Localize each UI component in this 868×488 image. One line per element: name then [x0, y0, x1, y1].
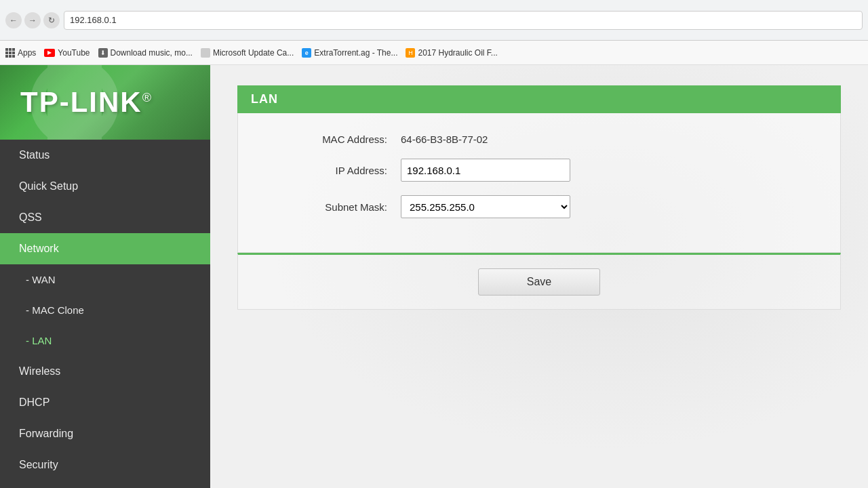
bookmark-youtube[interactable]: ▶ YouTube	[44, 48, 90, 58]
back-button[interactable]: ←	[5, 12, 22, 28]
bookmark-hydraulic[interactable]: H 2017 Hydraulic Oil F...	[406, 48, 497, 58]
ip-address-label: IP Address:	[265, 165, 387, 176]
sidebar-item-dhcp[interactable]: DHCP	[0, 387, 210, 418]
subnet-mask-label: Subnet Mask:	[265, 201, 387, 213]
bookmarks-bar: Apps ▶ YouTube ⬇ Download music, mo... M…	[0, 41, 868, 65]
bookmark-youtube-label: YouTube	[58, 48, 90, 58]
extratorrent-icon: e	[302, 48, 311, 58]
ip-address-input[interactable]	[401, 159, 570, 182]
main-layout: TP-LINK® Status Quick Setup QSS	[0, 65, 868, 488]
bookmark-microsoft[interactable]: Microsoft Update Ca...	[201, 48, 294, 58]
bookmark-apps[interactable]: Apps	[5, 48, 36, 58]
section-footer: Save	[237, 253, 841, 310]
mac-address-label: MAC Address:	[265, 134, 387, 145]
mac-address-row: MAC Address: 64-66-B3-8B-77-02	[265, 134, 813, 145]
bookmark-download-label: Download music, mo...	[111, 48, 193, 58]
bookmark-hydraulic-label: 2017 Hydraulic Oil F...	[418, 48, 497, 58]
content-inner: LAN MAC Address: 64-66-B3-8B-77-02 IP Ad…	[210, 65, 868, 330]
bookmark-download[interactable]: ⬇ Download music, mo...	[98, 48, 193, 58]
bookmark-extratorrent[interactable]: e ExtraTorrent.ag - The...	[302, 48, 397, 58]
section-body: MAC Address: 64-66-B3-8B-77-02 IP Addres…	[237, 113, 841, 253]
ip-address-row: IP Address:	[265, 159, 813, 182]
tp-header: TP-LINK®	[0, 65, 210, 140]
youtube-icon: ▶	[44, 49, 55, 57]
download-icon: ⬇	[98, 48, 108, 58]
watermark	[7, 65, 142, 140]
browser-bar: ← → ↻	[0, 0, 868, 41]
bookmark-microsoft-label: Microsoft Update Ca...	[213, 48, 294, 58]
sidebar-item-forwarding[interactable]: Forwarding	[0, 418, 210, 449]
subnet-mask-select[interactable]: 255.255.255.0 255.255.0.0 255.0.0.0	[401, 195, 570, 218]
microsoft-icon	[201, 48, 210, 58]
save-button[interactable]: Save	[478, 268, 600, 296]
sidebar-item-qss[interactable]: QSS	[0, 202, 210, 233]
subnet-mask-row: Subnet Mask: 255.255.255.0 255.255.0.0 2…	[265, 195, 813, 218]
sidebar-item-status[interactable]: Status	[0, 140, 210, 171]
content-area: LAN MAC Address: 64-66-B3-8B-77-02 IP Ad…	[210, 65, 868, 488]
sidebar-item-quick-setup[interactable]: Quick Setup	[0, 171, 210, 202]
apps-icon	[5, 48, 15, 58]
sidebar: TP-LINK® Status Quick Setup QSS	[0, 65, 210, 488]
forward-button[interactable]: →	[24, 12, 41, 28]
sidebar-item-wireless[interactable]: Wireless	[0, 356, 210, 387]
sidebar-item-network[interactable]: Network	[0, 233, 210, 264]
section-header: LAN	[237, 85, 841, 113]
bookmark-extratorrent-label: ExtraTorrent.ag - The...	[314, 48, 397, 58]
nav-buttons: ← → ↻	[5, 12, 60, 28]
sidebar-item-security[interactable]: Security	[0, 449, 210, 481]
reload-button[interactable]: ↻	[43, 12, 60, 28]
bookmark-apps-label: Apps	[18, 48, 36, 58]
hydraulic-icon: H	[406, 48, 415, 58]
sidebar-item-lan[interactable]: - LAN	[0, 325, 210, 356]
mac-address-value: 64-66-B3-8B-77-02	[401, 134, 488, 145]
sidebar-item-mac-clone[interactable]: - MAC Clone	[0, 295, 210, 325]
sidebar-item-wan[interactable]: - WAN	[0, 264, 210, 295]
address-bar[interactable]	[64, 11, 863, 30]
